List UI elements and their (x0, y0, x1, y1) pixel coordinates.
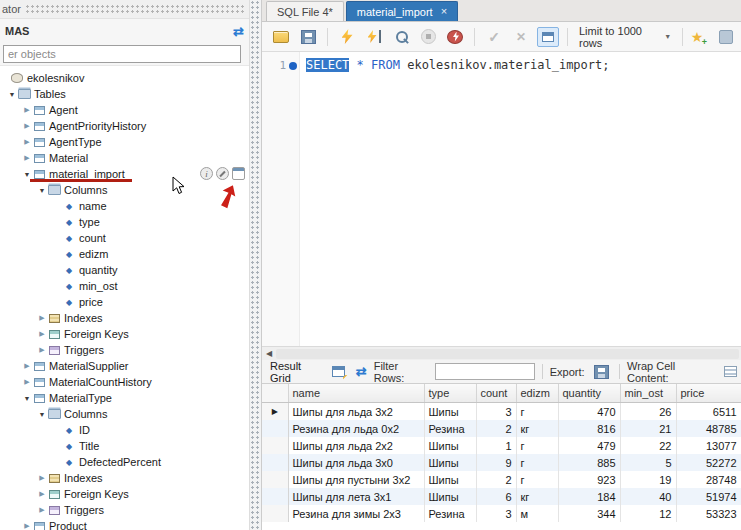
stop-icon[interactable] (417, 27, 439, 47)
cell-count[interactable]: 9 (476, 454, 516, 471)
cell-count[interactable]: 6 (476, 488, 516, 505)
table-row[interactable]: Шипы для пустыни 3x2Шипы2г9231928748 (262, 471, 741, 488)
table-row[interactable]: Резина для зимы 2x3Резина3м3441253323 (262, 505, 741, 522)
collapse-icon[interactable]: ▼ (7, 91, 17, 98)
row-selector[interactable] (262, 505, 288, 522)
table-row[interactable]: Шипы для льда 3x0Шипы9г885552272 (262, 454, 741, 471)
commit-icon[interactable] (483, 27, 505, 47)
cell-type[interactable]: Шипы (424, 403, 476, 421)
hscroll-track[interactable] (276, 349, 739, 359)
cell-name[interactable]: Шипы для льда 3x0 (288, 454, 424, 471)
beautify-icon[interactable] (715, 27, 737, 47)
cell-min-ost[interactable]: 26 (620, 403, 676, 421)
tree-item-material-import[interactable]: ▼material_import (0, 166, 249, 182)
wrap-cell-content-icon[interactable] (721, 362, 741, 382)
toggle-stop-on-error-icon[interactable] (444, 27, 466, 47)
column-header-min-ost[interactable]: min_ost (620, 384, 676, 403)
table-row[interactable]: Резина для льда 0x2Резина2кг8162148785 (262, 420, 741, 437)
tree-item-indexes[interactable]: ▶Indexes (0, 470, 249, 486)
tree-item-foreign-keys[interactable]: ▶Foreign Keys (0, 326, 249, 342)
cell-count[interactable]: 3 (476, 403, 516, 421)
cell-type[interactable]: Шипы (424, 488, 476, 505)
tree-item-triggers[interactable]: ▶Triggers (0, 502, 249, 518)
cell-name[interactable]: Резина для льда 0x2 (288, 420, 424, 437)
export-icon[interactable] (592, 362, 613, 382)
cell-edizm[interactable]: г (516, 471, 558, 488)
refresh-grid-icon[interactable]: ⇄ (356, 364, 367, 379)
tab-close-icon[interactable]: × (441, 6, 447, 17)
tree-item-edizm[interactable]: edizm (0, 246, 249, 262)
tree-item-name[interactable]: name (0, 198, 249, 214)
cell-edizm[interactable]: г (516, 437, 558, 454)
table-data-icon[interactable] (232, 167, 245, 180)
cell-quantity[interactable]: 923 (558, 471, 620, 488)
cell-price[interactable]: 13077 (676, 437, 741, 454)
cell-edizm[interactable]: кг (516, 488, 558, 505)
cell-edizm[interactable]: кг (516, 420, 558, 437)
execute-current-icon[interactable] (363, 27, 385, 47)
cell-min-ost[interactable]: 21 (620, 420, 676, 437)
cell-type[interactable]: Резина (424, 420, 476, 437)
expand-icon[interactable]: ▶ (22, 106, 32, 114)
row-selector[interactable] (262, 420, 288, 437)
cell-count[interactable]: 2 (476, 420, 516, 437)
current-row-marker[interactable]: ▶ (262, 403, 288, 421)
tree-item-material[interactable]: ▶Material (0, 150, 249, 166)
explain-icon[interactable] (390, 27, 412, 47)
tab-material-import[interactable]: material_import× (346, 1, 458, 21)
cell-count[interactable]: 3 (476, 505, 516, 522)
expand-icon[interactable]: ▶ (22, 138, 32, 146)
collapse-icon[interactable]: ▼ (37, 187, 47, 194)
column-header-edizm[interactable]: edizm (516, 384, 558, 403)
cell-name[interactable]: Шипы для льда 3x2 (288, 403, 424, 421)
column-header-count[interactable]: count (476, 384, 516, 403)
panel-splitter[interactable] (249, 0, 262, 530)
scroll-left-icon[interactable]: ◀ (262, 349, 276, 358)
cell-min-ost[interactable]: 40 (620, 488, 676, 505)
column-header-name[interactable]: name (288, 384, 424, 403)
refresh-schemas-icon[interactable]: ⇄ (233, 24, 244, 39)
row-selector[interactable] (262, 488, 288, 505)
cell-edizm[interactable]: г (516, 403, 558, 421)
collapse-icon[interactable]: ▼ (22, 395, 32, 402)
sql-editor[interactable]: 1 SELECT * FROM ekolesnikov.material_imp… (262, 52, 741, 346)
cell-quantity[interactable]: 470 (558, 403, 620, 421)
tree-item-materialtype[interactable]: ▼MaterialType (0, 390, 249, 406)
expand-icon[interactable]: ▶ (22, 362, 32, 370)
tree-item-product[interactable]: ▶Product (0, 518, 249, 530)
tree-item-agentpriorityhistory[interactable]: ▶AgentPriorityHistory (0, 118, 249, 134)
tree-item-agenttype[interactable]: ▶AgentType (0, 134, 249, 150)
column-header-quantity[interactable]: quantity (558, 384, 620, 403)
expand-icon[interactable]: ▶ (22, 122, 32, 130)
tab-sql-file-4[interactable]: SQL File 4* (266, 1, 344, 21)
cell-price[interactable]: 6511 (676, 403, 741, 421)
tree-item-columns[interactable]: ▼Columns (0, 406, 249, 422)
tree-item-materialcounthistory[interactable]: ▶MaterialCountHistory (0, 374, 249, 390)
column-header-type[interactable]: type (424, 384, 476, 403)
filter-objects-input[interactable] (3, 45, 241, 63)
cell-edizm[interactable]: м (516, 505, 558, 522)
cell-quantity[interactable]: 344 (558, 505, 620, 522)
expand-icon[interactable]: ▶ (37, 330, 47, 338)
cell-type[interactable]: Шипы (424, 437, 476, 454)
open-file-icon[interactable] (270, 27, 292, 47)
cell-min-ost[interactable]: 22 (620, 437, 676, 454)
tree-item-foreign-keys[interactable]: ▶Foreign Keys (0, 486, 249, 502)
cell-quantity[interactable]: 184 (558, 488, 620, 505)
tree-item-columns[interactable]: ▼Columns (0, 182, 249, 198)
tree-item-min-ost[interactable]: min_ost (0, 278, 249, 294)
cell-name[interactable]: Шипы для пустыни 3x2 (288, 471, 424, 488)
row-selector[interactable] (262, 471, 288, 488)
expand-icon[interactable]: ▶ (22, 154, 32, 162)
tree-item-quantity[interactable]: quantity (0, 262, 249, 278)
cell-price[interactable]: 48785 (676, 420, 741, 437)
cell-edizm[interactable]: г (516, 454, 558, 471)
cell-name[interactable]: Шипы для льда 2x2 (288, 437, 424, 454)
cell-min-ost[interactable]: 12 (620, 505, 676, 522)
filter-rows-input[interactable] (435, 363, 535, 380)
save-icon[interactable] (297, 27, 319, 47)
expand-icon[interactable]: ▶ (37, 346, 47, 354)
tree-item-triggers[interactable]: ▶Triggers (0, 342, 249, 358)
table-row[interactable]: Шипы для льда 2x2Шипы1г4792213077 (262, 437, 741, 454)
cell-type[interactable]: Резина (424, 505, 476, 522)
